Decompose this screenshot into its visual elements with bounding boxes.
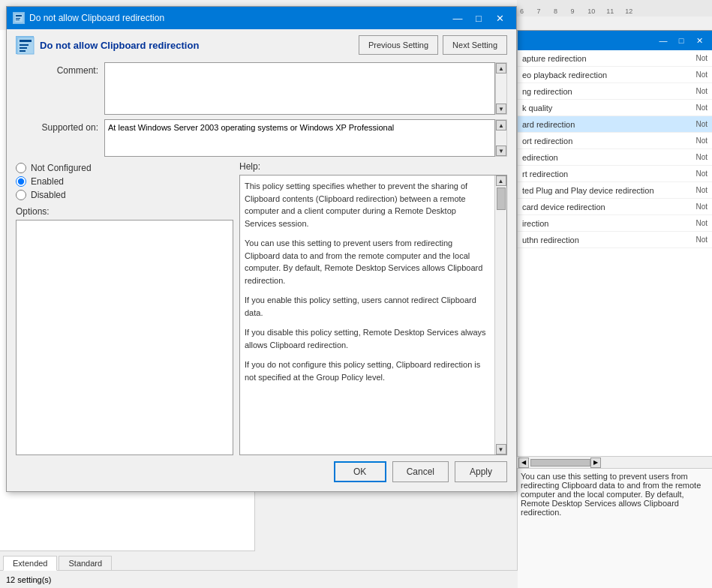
svg-rect-2 xyxy=(16,18,20,19)
dialog-title-text: Do not allow Clipboard redirection xyxy=(29,13,164,23)
dialog-titlebar: Do not allow Clipboard redirection — □ ✕ xyxy=(7,7,516,29)
comment-scrollbar: ▲ ▼ xyxy=(495,62,507,115)
supported-wrapper: At least Windows Server 2003 operating s… xyxy=(104,119,507,157)
policy-list-item[interactable]: k qualityNot xyxy=(518,100,712,116)
policy-list-item[interactable]: ng redirectionNot xyxy=(518,83,712,100)
dialog-footer: OK Cancel Apply xyxy=(16,455,507,485)
policy-list-item[interactable]: ort redirectionNot xyxy=(518,133,712,149)
supported-row: Supported on: At least Windows Server 20… xyxy=(16,119,507,157)
radio-enabled-input[interactable] xyxy=(16,176,26,187)
scroll-down-arrow[interactable]: ▼ xyxy=(496,104,506,114)
policy-list-item[interactable]: apture redirectionNot xyxy=(518,50,712,67)
bottom-panel-text: You can use this setting to prevent user… xyxy=(521,472,701,517)
radio-section: Not Configured Enabled Disabled xyxy=(16,163,233,200)
policy-list-item[interactable]: ard redirectionNot xyxy=(518,116,712,133)
comment-row: Comment: ▲ ▼ xyxy=(16,62,507,115)
options-box xyxy=(16,220,233,455)
close-button[interactable]: ✕ xyxy=(691,33,707,48)
window-controls: — □ ✕ xyxy=(655,33,707,48)
policy-list-item[interactable]: uthn redirectionNot xyxy=(518,232,712,248)
policy-item-name: ort redirection xyxy=(522,136,692,146)
comment-label: Comment: xyxy=(16,62,98,76)
policy-list-item[interactable]: irectionNot xyxy=(518,215,712,232)
options-section: Options: xyxy=(16,206,233,455)
policy-item-name: ted Plug and Play device redirection xyxy=(522,186,692,195)
policy-item-status: Not xyxy=(695,87,707,95)
nav-buttons: Previous Setting Next Setting xyxy=(359,35,507,55)
policy-item-status: Not xyxy=(695,153,707,161)
next-setting-button[interactable]: Next Setting xyxy=(443,35,507,55)
policy-item-name: k quality xyxy=(522,104,692,112)
svg-rect-7 xyxy=(20,47,27,49)
policy-item-status: Not xyxy=(695,54,707,62)
help-scroll-up[interactable]: ▲ xyxy=(496,176,506,186)
help-panel: Help: This policy setting specifies whet… xyxy=(239,161,507,455)
policy-list-item[interactable]: edirectionNot xyxy=(518,149,712,166)
help-scroll-thumb[interactable] xyxy=(497,188,506,210)
radio-not-configured-label: Not Configured xyxy=(31,163,92,173)
dialog-minimize-button[interactable]: — xyxy=(447,8,468,28)
minimize-button[interactable]: — xyxy=(655,33,671,48)
policy-list-item[interactable]: card device redirectionNot xyxy=(518,199,712,215)
supported-scroll-up[interactable]: ▲ xyxy=(496,120,506,130)
svg-rect-1 xyxy=(16,15,22,16)
ruler: 6 7 8 9 10 11 12 xyxy=(517,0,712,16)
radio-disabled-label: Disabled xyxy=(31,190,66,200)
radio-not-configured-input[interactable] xyxy=(16,163,26,173)
policy-item-name: card device redirection xyxy=(522,202,692,212)
h-scroll-thumb[interactable] xyxy=(530,459,590,466)
help-paragraph: This policy setting specifies whether to… xyxy=(245,180,490,230)
tabs-bar: Extended Standard xyxy=(0,550,255,570)
supported-text: At least Windows Server 2003 operating s… xyxy=(104,119,495,157)
svg-rect-6 xyxy=(20,44,29,46)
policy-list-item[interactable]: eo playback redirectionNot xyxy=(518,67,712,83)
policy-item-name: edirection xyxy=(522,153,692,162)
left-section: Not Configured Enabled Disabled xyxy=(16,161,233,455)
policy-item-name: ard redirection xyxy=(522,120,692,129)
help-paragraph: If you disable this policy setting, Remo… xyxy=(245,326,490,351)
policy-item-status: Not xyxy=(695,236,707,244)
radio-not-configured[interactable]: Not Configured xyxy=(16,163,233,173)
tab-extended[interactable]: Extended xyxy=(3,556,57,571)
dialog-header-icon xyxy=(16,36,34,54)
dialog-header-row: Do not allow Clipboard redirection Previ… xyxy=(16,35,507,55)
help-paragraph: You can use this setting to prevent user… xyxy=(245,237,490,286)
help-paragraph: If you do not configure this policy sett… xyxy=(245,358,490,383)
radio-disabled[interactable]: Disabled xyxy=(16,190,233,200)
dialog-icon xyxy=(13,12,25,24)
svg-rect-5 xyxy=(20,40,32,42)
svg-rect-8 xyxy=(20,50,26,52)
maximize-button[interactable]: □ xyxy=(673,33,689,48)
dialog-maximize-button[interactable]: □ xyxy=(468,8,489,28)
scroll-up-arrow[interactable]: ▲ xyxy=(496,63,506,74)
help-text: This policy setting specifies whether to… xyxy=(240,176,494,454)
cancel-button[interactable]: Cancel xyxy=(392,461,449,482)
policy-item-status: Not xyxy=(695,170,707,178)
help-scroll-down[interactable]: ▼ xyxy=(496,444,506,454)
comment-textarea[interactable] xyxy=(104,62,495,115)
scroll-left-button[interactable]: ◀ xyxy=(518,458,529,468)
policy-list-item[interactable]: ted Plug and Play device redirectionNot xyxy=(518,182,712,199)
radio-disabled-input[interactable] xyxy=(16,190,26,200)
policy-item-name: ng redirection xyxy=(522,87,692,96)
bottom-panel: You can use this setting to prevent user… xyxy=(517,468,712,588)
supported-label: Supported on: xyxy=(16,119,98,133)
ok-button[interactable]: OK xyxy=(334,461,386,482)
apply-button[interactable]: Apply xyxy=(455,461,507,482)
scroll-right-button[interactable]: ▶ xyxy=(590,458,601,468)
policy-item-name: apture redirection xyxy=(522,54,692,63)
previous-setting-button[interactable]: Previous Setting xyxy=(359,35,438,55)
comment-textarea-wrapper: ▲ ▼ xyxy=(104,62,507,115)
dialog-close-button[interactable]: ✕ xyxy=(489,8,510,28)
right-panel: — □ ✕ apture redirectionNoteo playback r… xyxy=(517,30,712,588)
supported-scrollbar: ▲ ▼ xyxy=(495,119,507,157)
right-panel-header: — □ ✕ xyxy=(518,31,712,50)
supported-scroll-down[interactable]: ▼ xyxy=(496,146,506,156)
policy-list-item[interactable]: rt redirectionNot xyxy=(518,166,712,182)
right-panel-scrollbar[interactable]: ◀ ▶ xyxy=(517,456,712,468)
help-text-wrapper: This policy setting specifies whether to… xyxy=(239,175,507,455)
radio-enabled[interactable]: Enabled xyxy=(16,176,233,187)
tab-standard[interactable]: Standard xyxy=(59,556,112,570)
help-header: Help: xyxy=(239,161,507,172)
policy-item-name: eo playback redirection xyxy=(522,70,692,80)
